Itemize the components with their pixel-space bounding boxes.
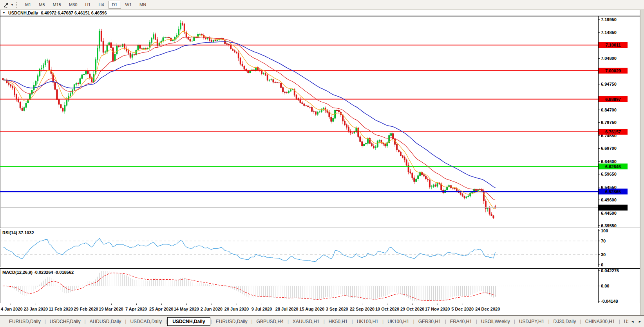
chart-title-bar: ▼ USDCNH,Daily 6.46972 6.47687 6.46151 6…: [0, 10, 640, 16]
date-axis-tick: [412, 304, 413, 305]
chart-tab-usdcad-daily[interactable]: USDCAD,Daily: [127, 318, 165, 325]
macd-tick-label: 0.042275: [601, 268, 619, 273]
date-axis-label: 4 Jan 2020: [1, 307, 23, 311]
timeframe-button-m15[interactable]: M15: [49, 1, 65, 9]
chart-tab-hk50-h1[interactable]: HK50,H1: [325, 318, 351, 325]
chart-tab-audusd-daily[interactable]: AUDUSD,Daily: [86, 318, 125, 325]
date-axis-tick: [86, 304, 86, 305]
price-tick-label: 6.59650: [601, 172, 617, 176]
level-price-badge: 6.62646: [605, 164, 621, 169]
chart-tab-fra40-h1[interactable]: FRA40,H1: [447, 318, 476, 325]
level-price-badge: 7.00029: [605, 68, 621, 73]
main-chart-canvas[interactable]: 7.199507.148507.048006.947506.847006.797…: [0, 16, 640, 228]
date-axis-tick: [161, 304, 162, 305]
chart-tab-usdcnh-daily[interactable]: USDCNH,Daily: [167, 317, 210, 326]
date-axis-tick: [387, 304, 387, 305]
rsi-tick-label: 0: [601, 262, 603, 267]
tabs-scroll-right-icon[interactable]: ►: [638, 320, 642, 323]
date-axis-tick: [212, 304, 212, 305]
tab-separator: |: [211, 319, 212, 324]
date-axis-label: 14 May 2020: [174, 307, 199, 311]
chart-tab-usdjpy-h1[interactable]: USDJPY,H1: [516, 318, 548, 325]
date-axis-tick: [463, 304, 463, 305]
tab-separator: |: [514, 319, 515, 324]
date-axis-label: 10 Oct 2020: [375, 307, 399, 311]
timeframe-button-h1[interactable]: H1: [81, 1, 94, 9]
timeframe-button-m30[interactable]: M30: [65, 1, 81, 9]
chart-tab-usoil[interactable]: USOil,: [620, 318, 628, 325]
date-axis-label: 29 Oct 2020: [400, 307, 424, 311]
date-axis-tick: [312, 304, 312, 305]
pointer-tool-dropdown-icon[interactable]: ▾: [11, 3, 13, 7]
date-axis[interactable]: 4 Jan 202023 Jan 202011 Feb 202029 Feb 2…: [0, 304, 640, 315]
price-tick-label: 7.19950: [601, 17, 617, 22]
chart-tab-eurusd-daily[interactable]: EURUSD,Daily: [212, 318, 251, 325]
chart-title-ohlc: 6.46972 6.47687 6.46151 6.46596: [41, 11, 107, 15]
chart-title-symbol: USDCNH,Daily: [8, 11, 38, 15]
date-axis-label: 24 Dec 2020: [475, 307, 500, 311]
tab-separator: |: [85, 319, 86, 324]
toolbar-grip[interactable]: [16, 2, 18, 8]
rsi-border: [0, 229, 640, 267]
timeframe-button-h4[interactable]: H4: [95, 1, 107, 9]
date-axis-tick: [337, 304, 337, 305]
main-chart-border: [0, 16, 640, 228]
timeframe-button-d1[interactable]: D1: [109, 1, 121, 9]
date-axis-tick: [111, 304, 112, 305]
level-price-badge: 7.10011: [605, 43, 620, 47]
tab-separator: |: [476, 319, 477, 324]
chart-tab-ger30-h1[interactable]: GER30,H1: [415, 318, 445, 325]
price-tick-label: 6.39550: [601, 223, 617, 228]
tab-separator: |: [352, 319, 353, 324]
date-axis-label: 22 Sep 2020: [350, 307, 374, 311]
pointer-tool-icon[interactable]: [1, 1, 11, 9]
bid-price-badge: 6.46596: [605, 205, 621, 210]
tab-separator: |: [619, 319, 620, 324]
chart-tab-dj30-daily[interactable]: DJ30,Daily: [550, 318, 580, 325]
rsi-tick-label: 70: [601, 239, 606, 243]
date-axis-label: 9 Jul 2020: [251, 307, 272, 311]
chart-tab-bar: EURUSD,Daily|USDCHF,Daily|AUDUSD,Daily|U…: [0, 315, 644, 327]
timeframe-button-m1[interactable]: M1: [22, 1, 34, 9]
date-axis-label: 28 Jul 2020: [275, 307, 298, 311]
tabs-scroll-left-icon[interactable]: ◄: [631, 320, 634, 323]
tab-separator: |: [382, 319, 384, 324]
tab-separator: |: [548, 319, 549, 324]
date-axis-label: 5 Dec 2020: [451, 307, 474, 311]
window-right-strip: [640, 10, 644, 315]
collapse-arrow-icon[interactable]: ▼: [2, 11, 5, 14]
macd-border: [0, 269, 640, 303]
level-price-badge: 6.52865: [605, 189, 621, 194]
chart-tab-eurusd-daily[interactable]: EURUSD,Daily: [5, 318, 44, 325]
chart-tab-china300-h1[interactable]: CHINA300,H1: [582, 318, 619, 325]
date-axis-label: 3 Sep 2020: [326, 307, 348, 311]
chart-tab-gbpusd-h4[interactable]: GBPUSD,H4: [253, 318, 287, 325]
timeframe-button-m5[interactable]: M5: [35, 1, 48, 9]
macd-label: MACD(12,26,9) -0.023264 -0.018562: [2, 270, 74, 275]
chart-tab-xauusd-h1[interactable]: XAUUSD,H1: [289, 318, 323, 325]
macd-tick-label: -0.04148: [601, 299, 618, 303]
tab-separator: |: [413, 319, 414, 324]
date-axis-tick: [488, 304, 488, 305]
timeframe-button-group: M1M5M15M30H1H4D1W1MN: [21, 1, 150, 9]
chart-tab-uk100-h1[interactable]: UK100,H1: [384, 318, 412, 325]
macd-tick-label: 0.00: [601, 284, 609, 288]
price-tick-label: 6.79750: [601, 120, 617, 125]
tab-separator: |: [445, 319, 446, 324]
timeframe-button-w1[interactable]: W1: [122, 1, 136, 9]
chart-tab-uk100-h1[interactable]: UK100,H1: [353, 318, 382, 325]
date-axis-label: 19 Mar 2020: [99, 307, 123, 311]
rsi-panel-canvas[interactable]: 10070300: [0, 229, 640, 267]
timeframe-button-mn[interactable]: MN: [136, 1, 150, 9]
chart-tab-usoil-weekly[interactable]: USOil,Weekly: [478, 318, 514, 325]
date-axis-label: 11 Feb 2020: [49, 307, 73, 311]
date-axis-label: 15 Aug 2020: [299, 307, 324, 311]
date-axis-label: 20 Jun 2020: [224, 307, 249, 311]
chart-tab-usdchf-daily[interactable]: USDCHF,Daily: [46, 318, 84, 325]
rsi-tick-label: 100: [601, 229, 608, 233]
date-axis-label: 17 Nov 2020: [425, 307, 450, 311]
macd-panel-canvas[interactable]: 0.0422750.00-0.04148: [0, 268, 640, 303]
price-tick-label: 7.14850: [601, 30, 617, 35]
tab-scroll-controls: ◄ ►: [631, 316, 642, 327]
tab-separator: |: [324, 319, 325, 324]
